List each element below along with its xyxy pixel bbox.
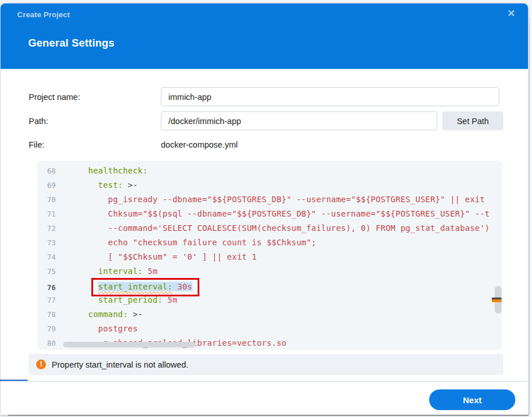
code-line: 73 echo "checksum failure count is $$Chk… [37,235,502,250]
code-token: postgres [98,324,138,333]
line-number: 74 [37,250,56,264]
code-line: 70 pg_isready --dbname="$${POSTGRES_DB}"… [37,192,502,207]
path-input[interactable] [161,111,437,130]
code-indent [68,295,98,304]
code-content: start_interval: 30s [68,283,199,292]
code-content: [ "$$Chksum" = '0' ] || exit 1 [68,252,257,261]
window-right-edge [529,17,530,415]
line-number: 75 [37,264,56,279]
code-token: >- [133,310,142,319]
line-number: 69 [37,178,56,192]
dialog-header: Create Project ✕ General Settings [1,3,528,69]
code-indent [68,324,98,333]
line-number: 77 [37,293,56,307]
code-token: 30s [178,282,192,291]
code-indent [68,166,88,175]
footer-divider [1,381,528,382]
code-token: interval: [98,267,143,276]
code-token [142,267,148,276]
error-message: Property start_interval is not allowed. [52,360,188,369]
code-line: 69 test: >- [37,178,502,192]
line-number: 80 [37,336,56,350]
code-token: >- [128,180,138,190]
code-token [172,282,178,291]
code-line: 72 --command='SELECT COALESCE(SUM(checks… [37,221,502,235]
file-label: File: [29,140,44,149]
next-button[interactable]: Next [429,389,515,410]
line-number: 72 [37,221,56,235]
project-name-input[interactable] [161,87,499,106]
code-line: 79 postgres [37,322,502,336]
code-content: healthcheck: [68,166,148,175]
code-content: postgres [68,324,138,333]
code-content: interval: 5m [68,267,157,276]
code-indent [68,310,88,319]
yaml-code-editor[interactable]: 68 healthcheck:69 test: >-70 pg_isready … [37,161,502,350]
code-token: [ "$$Chksum" = '0' ] || exit 1 [108,252,257,261]
code-indent [68,209,108,218]
code-token: test: [98,180,123,190]
code-token: 5m [148,267,157,276]
code-token: 5m [168,295,178,304]
code-indent [68,180,98,190]
code-token [123,180,128,190]
code-token: command: [88,310,128,319]
code-area: 68 healthcheck:69 test: >-70 pg_isready … [37,164,502,350]
line-number: 73 [37,235,56,250]
code-token: start_period: [98,295,163,304]
create-project-dialog: Create Project ✕ General Settings Projec… [1,3,528,415]
code-token [163,295,168,304]
line-number: 79 [37,322,56,336]
path-label: Path: [29,117,48,126]
line-number: 78 [37,307,56,322]
warning-icon: ! [36,360,46,369]
window-title: Create Project [17,10,70,19]
code-content: command: >- [68,310,142,319]
code-content: --command='SELECT COALESCE(SUM(checksum_… [68,223,489,233]
line-number: 68 [37,164,56,178]
code-line: 78 command: >- [37,307,502,322]
error-annotation-marker [492,298,502,302]
code-indent [68,252,108,261]
code-content: test: >- [68,180,138,190]
code-content: Chksum="$$(psql --dbname="$${POSTGRES_DB… [68,209,489,218]
validation-error-bar: ! Property start_interval is not allowed… [29,354,503,375]
close-icon[interactable]: ✕ [507,8,515,20]
code-line: 68 healthcheck: [37,164,502,178]
file-value: docker-compose.yml [161,140,238,149]
code-indent [68,238,108,247]
code-token: healthcheck: [88,166,148,175]
selected-text: start_interval: 30s [98,282,192,291]
code-content: pg_isready --dbname="$${POSTGRES_DB}" --… [68,195,485,204]
code-line: 71 Chksum="$$(psql --dbname="$${POSTGRES… [37,207,502,221]
code-indent [68,195,108,204]
line-number: 71 [37,207,56,221]
line-number: 70 [37,192,56,207]
code-token: echo "checksum failure count is $$Chksum… [108,238,316,247]
code-indent [68,223,108,233]
code-line: 75 interval: 5m [37,264,502,279]
code-indent [68,267,98,276]
page-title: General Settings [28,37,114,49]
code-token: Chksum="$$(psql --dbname="$${POSTGRES_DB… [108,209,489,218]
code-token: --command='SELECT COALESCE(SUM(checksum_… [108,223,489,233]
project-name-label: Project name: [29,92,80,102]
horizontal-scrollbar-thumb[interactable] [63,342,195,348]
code-token: start_interval: [98,282,172,291]
code-token: pg_isready --dbname="$${POSTGRES_DB}" --… [108,195,485,204]
error-highlight-box: start_interval: 30s [91,278,199,296]
code-line: 74 [ "$$Chksum" = '0' ] || exit 1 [37,250,502,264]
code-content: start_period: 5m [68,295,178,304]
code-token [128,310,133,319]
window-bottom-edge [8,415,529,416]
code-line: 76 start_interval: 30s [37,279,502,293]
set-path-button[interactable]: Set Path [442,111,503,130]
code-content: echo "checksum failure count is $$Chksum… [68,238,316,247]
